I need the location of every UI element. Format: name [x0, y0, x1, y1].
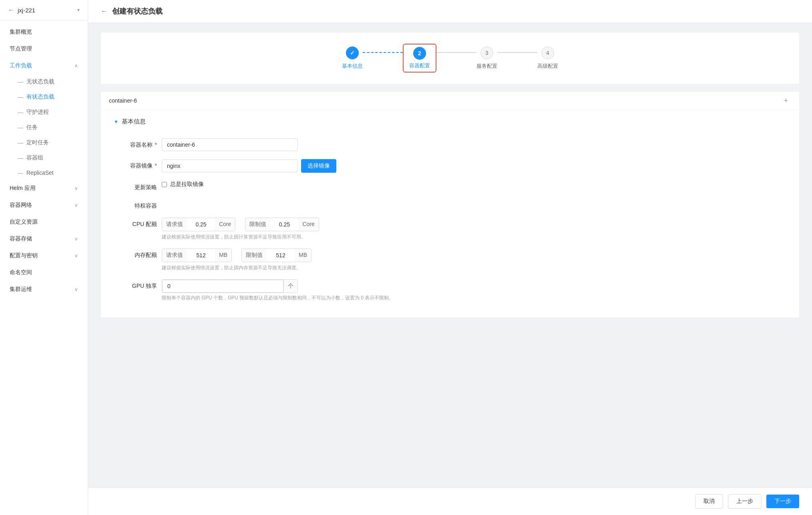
sidebar-item-stateful[interactable]: — 有状态负载 — [0, 89, 88, 105]
next-button[interactable]: 下一步 — [766, 495, 799, 508]
step-2-circle: 2 — [413, 47, 426, 60]
gpu-share-input[interactable] — [162, 280, 283, 293]
privileged-container-row: 特权容器 — [114, 199, 786, 210]
cluster-name: jxj-221 — [18, 7, 35, 14]
gpu-share-row: GPU 独享 个 限制单个容器内的 GPU 个数，GPU 预留数默认且必须与限制… — [114, 279, 786, 301]
cpu-request-label: 请求值 — [162, 218, 187, 231]
helm-app-arrow-icon: ∨ — [74, 186, 78, 191]
sidebar-item-cron-task[interactable]: — 定时任务 — [0, 135, 88, 150]
memory-request-label: 请求值 — [162, 248, 187, 262]
cpu-limit-input[interactable] — [270, 218, 298, 231]
cpu-quota-hint: 建议根据实际使用情况设置，防止因计算资源不足导致应用不可用。 — [162, 234, 786, 240]
container-image-label: 容器镜像 * — [114, 159, 162, 170]
section-toggle-icon[interactable]: ▼ — [114, 119, 119, 125]
always-pull-label: 总是拉取镜像 — [170, 181, 204, 188]
add-container-button[interactable]: + — [780, 93, 791, 108]
prev-button[interactable]: 上一步 — [728, 494, 762, 509]
always-pull-checkbox[interactable] — [162, 182, 167, 187]
step-1: ✓ 基本信息 — [342, 46, 363, 70]
page-header: ← 创建有状态负载 — [88, 0, 812, 23]
steps-wrapper: ✓ 基本信息 2 容器配置 — [342, 44, 558, 73]
sidebar-back-icon[interactable]: ← — [8, 6, 14, 14]
step-4-circle: 4 — [541, 46, 554, 59]
memory-request-input[interactable] — [187, 248, 215, 262]
container-storage-arrow-icon: ∨ — [74, 236, 78, 242]
memory-request-unit: MB — [215, 248, 232, 262]
cpu-limit-unit: Core — [298, 218, 319, 231]
cluster-ops-arrow-icon: ∨ — [74, 287, 78, 292]
step-4-label: 高级配置 — [537, 63, 558, 70]
memory-quota-row: 内存配额 请求值 MB 限制值 — [114, 248, 786, 271]
gpu-unit-label: 个 — [283, 280, 297, 293]
gpu-input-wrapper: 个 — [162, 279, 298, 293]
container-tab-row: container-6 + — [101, 92, 799, 110]
workload-collapse-icon: ∧ — [74, 63, 78, 69]
container-name-label: 容器名称 * — [114, 138, 162, 149]
update-strategy-row: 更新策略 总是拉取镜像 — [114, 181, 786, 191]
select-image-button[interactable]: 选择镜像 — [301, 159, 336, 173]
update-strategy-label: 更新策略 — [114, 181, 162, 191]
connector-1-2 — [363, 52, 403, 53]
step-4: 4 高级配置 — [537, 46, 558, 70]
cpu-limit-group: 限制值 Core — [245, 218, 319, 231]
memory-quota-label: 内存配额 — [114, 248, 162, 259]
cpu-request-group: 请求值 Core — [162, 218, 235, 231]
sidebar-item-namespace[interactable]: 命名空间 — [0, 264, 88, 281]
container-name-row: 容器名称 * — [114, 138, 786, 151]
config-secret-arrow-icon: ∨ — [74, 253, 78, 259]
memory-limit-unit: MB — [295, 248, 312, 262]
page-title: 创建有状态负载 — [112, 6, 163, 16]
connector-3-4 — [497, 52, 537, 53]
memory-limit-input[interactable] — [267, 248, 295, 262]
sidebar-item-cluster-ops[interactable]: 集群运维 ∨ — [0, 281, 88, 298]
container-image-input[interactable] — [162, 160, 298, 172]
memory-quota-hint: 建议根据实际使用情况设置，防止因内存资源不足导致无法调度。 — [162, 265, 786, 271]
cancel-button[interactable]: 取消 — [695, 494, 723, 509]
content-area: ✓ 基本信息 2 容器配置 — [88, 23, 812, 487]
sidebar-header: ← jxj-221 ▾ — [0, 0, 88, 20]
sidebar-item-container-group[interactable]: — 容器组 — [0, 150, 88, 166]
memory-request-group: 请求值 MB — [162, 248, 232, 262]
sidebar-item-task[interactable]: — 任务 — [0, 120, 88, 135]
cpu-request-input[interactable] — [187, 218, 215, 231]
step-1-label: 基本信息 — [342, 63, 363, 70]
connector-2-3 — [436, 52, 476, 53]
sidebar-item-cluster-overview[interactable]: 集群概览 — [0, 24, 88, 40]
sidebar-item-custom-resource[interactable]: 自定义资源 — [0, 214, 88, 230]
basic-info-section: ▼ 基本信息 容器名称 * — [101, 110, 799, 317]
sidebar-item-replicaset[interactable]: — ReplicaSet — [0, 166, 88, 180]
steps-container: ✓ 基本信息 2 容器配置 — [101, 32, 799, 84]
section-title: 基本信息 — [122, 118, 146, 125]
sidebar-item-workload[interactable]: 工作负载 ∧ — [0, 57, 88, 74]
sidebar-item-container-network[interactable]: 容器网络 ∨ — [0, 197, 88, 214]
page-back-button[interactable]: ← — [101, 8, 107, 15]
container-network-arrow-icon: ∨ — [74, 202, 78, 208]
sidebar-item-container-storage[interactable]: 容器存储 ∨ — [0, 230, 88, 247]
update-strategy-control: 总是拉取镜像 — [162, 181, 786, 188]
sidebar-item-helm-app[interactable]: Helm 应用 ∨ — [0, 180, 88, 197]
cpu-request-unit: Core — [215, 218, 235, 231]
sidebar-item-stateless[interactable]: — 无状态负载 — [0, 74, 88, 89]
step-3: 3 服务配置 — [476, 46, 497, 70]
step-2: 2 容器配置 — [403, 44, 436, 73]
container-image-required: * — [155, 162, 157, 169]
memory-limit-label: 限制值 — [241, 248, 267, 262]
sidebar: ← jxj-221 ▾ 集群概览 节点管理 工作负载 ∧ — 无状态负载 — 有… — [0, 0, 88, 515]
step-3-circle: 3 — [480, 46, 493, 59]
sidebar-item-node-management[interactable]: 节点管理 — [0, 40, 88, 57]
container-name-required: * — [155, 141, 157, 148]
cpu-quota-control: 请求值 Core 限制值 Core 建议根据实际使用情况 — [162, 218, 786, 240]
cpu-quota-label: CPU 配额 — [114, 218, 162, 228]
cluster-dropdown-icon[interactable]: ▾ — [77, 7, 80, 13]
container-name-control — [162, 138, 786, 151]
step-2-label: 容器配置 — [409, 62, 430, 69]
container-name-input[interactable] — [162, 138, 298, 151]
privileged-container-control — [162, 199, 786, 206]
memory-limit-group: 限制值 MB — [241, 248, 312, 262]
sidebar-item-daemon[interactable]: — 守护进程 — [0, 105, 88, 120]
container-tab[interactable]: container-6 — [109, 92, 137, 109]
privileged-container-label: 特权容器 — [114, 199, 162, 210]
container-image-control: 选择镜像 — [162, 159, 786, 173]
memory-quota-control: 请求值 MB 限制值 MB 建议根据实际使用情况设置，防 — [162, 248, 786, 271]
sidebar-item-config-secret[interactable]: 配置与密钥 ∨ — [0, 247, 88, 264]
